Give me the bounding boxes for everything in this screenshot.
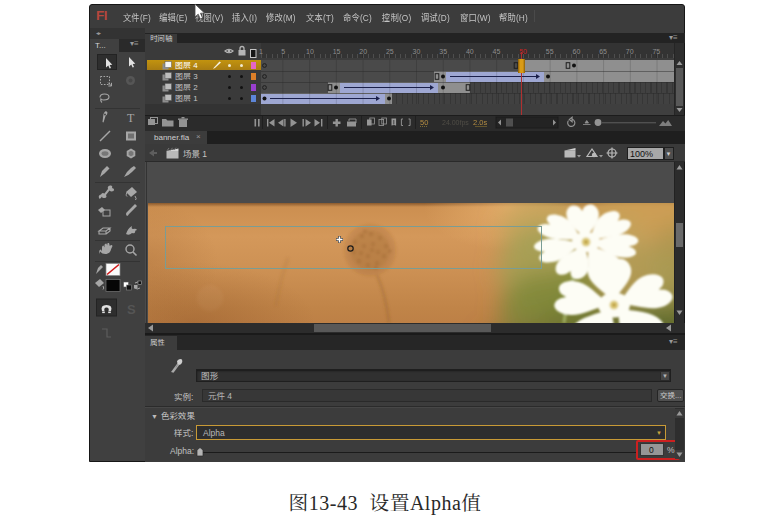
svg-text:2.0s: 2.0s	[473, 118, 487, 127]
svg-text:50: 50	[420, 118, 428, 127]
svg-text:24.00fps: 24.00fps	[442, 119, 469, 127]
svg-text:S: S	[127, 302, 136, 317]
svg-text:T: T	[127, 111, 135, 125]
